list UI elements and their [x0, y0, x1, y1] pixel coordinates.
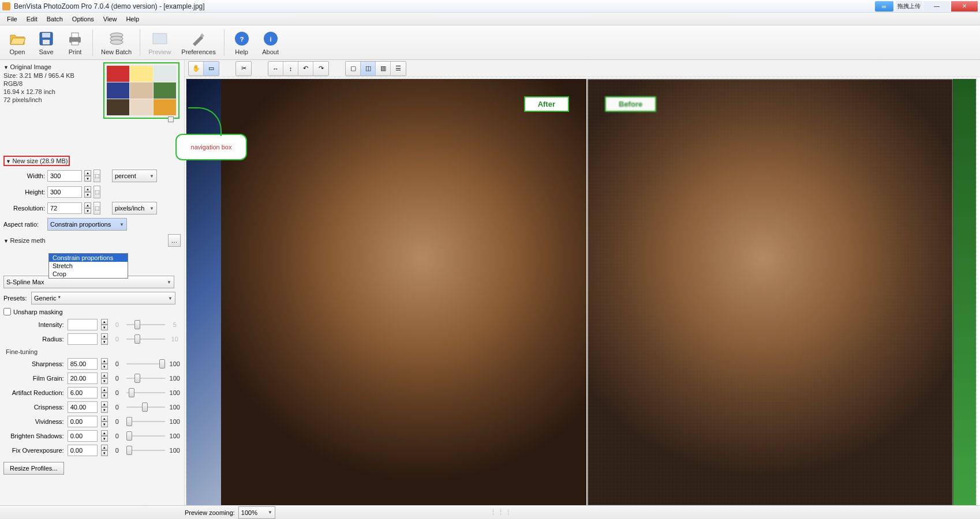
- svg-rect-5: [72, 42, 78, 45]
- statusbar-gripper[interactable]: ⋮⋮⋮: [490, 509, 513, 516]
- menu-help[interactable]: Help: [121, 14, 144, 24]
- ft-input-2[interactable]: [68, 387, 98, 398]
- rotate-ccw-button[interactable]: ↶: [298, 62, 313, 76]
- menu-edit[interactable]: Edit: [22, 14, 42, 24]
- before-image: Before: [588, 79, 953, 506]
- height-link-button[interactable]: ⬚: [93, 186, 100, 198]
- svg-rect-4: [72, 33, 78, 37]
- ft-slider-5[interactable]: [126, 431, 165, 441]
- ft-spinner-1[interactable]: ▲▼: [101, 373, 108, 384]
- svg-rect-2: [43, 40, 50, 44]
- split-view-icon: ◫: [365, 65, 371, 72]
- svg-text:i: i: [270, 36, 271, 43]
- resolution-input[interactable]: [47, 202, 82, 214]
- drag-upload-button[interactable]: 拖拽上传: [896, 1, 922, 12]
- aspect-ratio-dropdown: Constrain proportions Stretch Crop: [48, 253, 128, 279]
- unsharp-masking-checkbox[interactable]: [3, 308, 11, 315]
- marquee-tool-button[interactable]: ▭: [204, 62, 219, 76]
- sidebar: Original Image Size: 3.21 MB / 965.4 KB …: [0, 60, 185, 505]
- open-button[interactable]: Open: [3, 28, 31, 57]
- printer-icon: [66, 29, 84, 48]
- ft-spinner-6[interactable]: ▲▼: [101, 445, 108, 456]
- height-input[interactable]: [47, 186, 82, 198]
- about-button[interactable]: i About: [257, 28, 285, 57]
- aspect-option-stretch[interactable]: Stretch: [49, 262, 128, 270]
- view-stacked-button[interactable]: ☰: [391, 62, 406, 76]
- ft-input-5[interactable]: [68, 430, 98, 442]
- stacked-icon: ☰: [395, 65, 401, 72]
- crop-button[interactable]: ✂: [236, 62, 251, 76]
- zoom-combo[interactable]: 100%▼: [238, 506, 275, 519]
- height-spinner[interactable]: ▲▼: [84, 186, 91, 198]
- ft-slider-3[interactable]: [126, 402, 165, 412]
- navigation-box-callout: navigation box: [175, 134, 247, 160]
- minimize-button[interactable]: —: [923, 1, 950, 12]
- ft-input-0[interactable]: [68, 358, 98, 370]
- ft-slider-1[interactable]: [126, 373, 165, 383]
- menu-options[interactable]: Options: [68, 14, 99, 24]
- aspect-option-constrain[interactable]: Constrain proportions: [49, 254, 128, 262]
- ft-input-4[interactable]: [68, 416, 98, 427]
- resize-method-header[interactable]: Resize meth: [3, 237, 46, 244]
- print-button[interactable]: Print: [61, 28, 89, 57]
- rotate-cw-button[interactable]: ↷: [313, 62, 328, 76]
- preferences-button[interactable]: Preferences: [177, 28, 220, 57]
- width-link-button[interactable]: ⬚: [93, 170, 100, 182]
- resolution-spinner[interactable]: ▲▼: [84, 202, 91, 214]
- sidebyside-icon: ▥: [380, 65, 386, 72]
- ft-input-1[interactable]: [68, 373, 98, 384]
- resize-method-more-button[interactable]: …: [168, 234, 181, 247]
- menu-view[interactable]: View: [99, 14, 122, 24]
- resolution-link-button[interactable]: ⬚: [93, 202, 100, 215]
- flip-h-button[interactable]: ↔: [268, 62, 283, 76]
- menu-batch[interactable]: Batch: [42, 14, 68, 24]
- view-sidebyside-button[interactable]: ▥: [376, 62, 391, 76]
- ft-input-6[interactable]: [68, 445, 98, 456]
- save-button[interactable]: Save: [32, 28, 60, 57]
- ft-spinner-2[interactable]: ▲▼: [101, 387, 108, 398]
- folder-open-icon: [8, 29, 27, 48]
- size-unit-combo[interactable]: percent▼: [112, 170, 157, 182]
- resolution-unit-combo[interactable]: pixels/inch▼: [112, 202, 157, 215]
- ft-spinner-4[interactable]: ▲▼: [101, 416, 108, 427]
- ft-slider-6[interactable]: [126, 445, 165, 456]
- close-button[interactable]: ✕: [951, 1, 978, 12]
- ft-input-3[interactable]: [68, 401, 98, 413]
- share-button[interactable]: ∞: [875, 1, 893, 12]
- ft-spinner-5[interactable]: ▲▼: [101, 430, 108, 442]
- view-single-button[interactable]: ▢: [346, 62, 361, 76]
- width-label: Width:: [3, 172, 45, 179]
- radius-slider: [126, 334, 165, 344]
- image-strip-right: [953, 79, 976, 506]
- preview-toolbar: ✋ ▭ ✂ ↔ ↕ ↶ ↷ ▢ ◫ ▥ ☰: [185, 60, 980, 77]
- new-batch-button[interactable]: New Batch: [96, 28, 136, 57]
- ft-slider-2[interactable]: [126, 388, 165, 398]
- resize-profiles-button[interactable]: Resize Profiles...: [3, 462, 64, 475]
- ft-slider-0[interactable]: [126, 359, 165, 369]
- new-size-header-box: New size (28.9 MB): [3, 156, 70, 166]
- thumbnail-resize-handle[interactable]: [168, 116, 174, 122]
- presets-combo[interactable]: Generic *▼: [31, 292, 175, 304]
- selection-icon: ▭: [208, 65, 214, 72]
- unsharp-masking-label: Unsharp masking: [13, 309, 63, 315]
- ft-label-3: Crispness:: [3, 404, 64, 411]
- navigation-thumbnail[interactable]: [103, 62, 179, 119]
- intensity-label: Intensity:: [3, 321, 64, 328]
- ft-spinner-3[interactable]: ▲▼: [101, 401, 108, 413]
- svg-rect-9: [153, 33, 167, 44]
- width-spinner[interactable]: ▲▼: [84, 170, 91, 182]
- view-split-button[interactable]: ◫: [361, 62, 376, 76]
- preview-button[interactable]: Preview: [144, 28, 175, 57]
- aspect-option-crop[interactable]: Crop: [49, 270, 128, 278]
- menubar: File Edit Batch Options View Help: [0, 13, 980, 25]
- preview-pane[interactable]: After Before: [186, 78, 977, 506]
- menu-file[interactable]: File: [2, 14, 22, 24]
- aspect-ratio-combo[interactable]: Constrain proportions▼: [47, 218, 127, 231]
- help-button[interactable]: ? Help: [228, 28, 256, 57]
- new-size-header[interactable]: New size (28.9 MB): [6, 157, 68, 164]
- ft-spinner-0[interactable]: ▲▼: [101, 358, 108, 370]
- flip-v-button[interactable]: ↕: [283, 62, 298, 76]
- hand-tool-button[interactable]: ✋: [189, 62, 204, 76]
- ft-slider-4[interactable]: [126, 416, 165, 427]
- width-input[interactable]: [47, 170, 82, 182]
